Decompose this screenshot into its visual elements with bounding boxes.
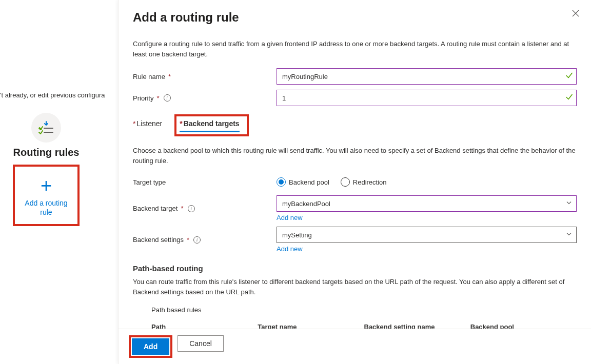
required-asterisk: *	[187, 236, 189, 244]
panel-description: Configure a routing rule to send traffic…	[133, 39, 577, 59]
routing-rules-heading: Routing rules	[10, 147, 82, 158]
path-based-routing-help: You can route traffic from this rule's l…	[133, 277, 577, 297]
add-routing-rule-panel: Add a routing rule Configure a routing r…	[118, 0, 591, 364]
priority-input[interactable]	[277, 90, 577, 106]
info-icon[interactable]: i	[164, 94, 171, 102]
rule-name-input[interactable]	[277, 68, 577, 85]
panel-title: Add a routing rule	[133, 10, 577, 25]
validation-check-icon	[565, 94, 573, 103]
backend-target-value: myBackendPool	[282, 200, 330, 208]
required-asterisk: *	[168, 73, 171, 80]
tab-backend-targets[interactable]: *Backend targets	[180, 119, 239, 132]
required-asterisk: *	[156, 94, 159, 102]
backend-target-select[interactable]: myBackendPool	[277, 195, 577, 212]
backend-settings-select[interactable]: mySetting	[277, 227, 577, 243]
left-hint-text: 't already, or edit previous configura	[0, 91, 105, 99]
priority-label: Priority	[133, 94, 153, 102]
chevron-down-icon	[566, 231, 572, 239]
chevron-down-icon	[566, 200, 572, 208]
tab-backend-targets-highlight: *Backend targets	[174, 114, 248, 136]
info-icon[interactable]: i	[188, 205, 195, 212]
required-asterisk: *	[133, 119, 135, 128]
plus-icon: +	[18, 176, 74, 195]
add-new-backend-settings-link[interactable]: Add new	[277, 245, 303, 253]
backend-help-text: Choose a backend pool to which this rout…	[133, 146, 577, 166]
radio-icon-unchecked	[341, 177, 350, 187]
cancel-button[interactable]: Cancel	[178, 335, 224, 352]
radio-redirection-label: Redirection	[353, 178, 387, 186]
rule-name-label: Rule name	[133, 73, 165, 80]
radio-icon-checked	[277, 177, 286, 187]
target-type-label: Target type	[133, 178, 166, 186]
validation-check-icon	[565, 72, 573, 81]
close-icon[interactable]	[572, 9, 580, 19]
add-routing-rule-card[interactable]: + Add a routing rule	[13, 165, 80, 226]
path-based-routing-heading: Path-based routing	[133, 264, 577, 273]
tab-listener[interactable]: *Listener	[133, 119, 162, 131]
radio-backend-pool-label: Backend pool	[289, 178, 329, 186]
add-new-backend-target-link[interactable]: Add new	[277, 214, 303, 221]
info-icon[interactable]: i	[193, 236, 201, 244]
backend-settings-value: mySetting	[282, 231, 312, 239]
radio-redirection[interactable]: Redirection	[341, 177, 387, 187]
required-asterisk: *	[180, 119, 182, 128]
required-asterisk: *	[181, 205, 183, 212]
backend-settings-label: Backend settings	[133, 236, 184, 244]
radio-backend-pool[interactable]: Backend pool	[277, 177, 329, 187]
path-based-rules-title: Path based rules	[151, 306, 577, 314]
add-button-highlight: Add	[129, 335, 172, 358]
tab-backend-targets-label: Backend targets	[184, 119, 240, 128]
add-button[interactable]: Add	[132, 338, 169, 355]
add-routing-rule-label: Add a routing rule	[18, 198, 74, 217]
routing-rules-icon	[31, 113, 61, 143]
tab-listener-label: Listener	[136, 119, 162, 128]
backend-target-label: Backend target	[133, 205, 178, 212]
